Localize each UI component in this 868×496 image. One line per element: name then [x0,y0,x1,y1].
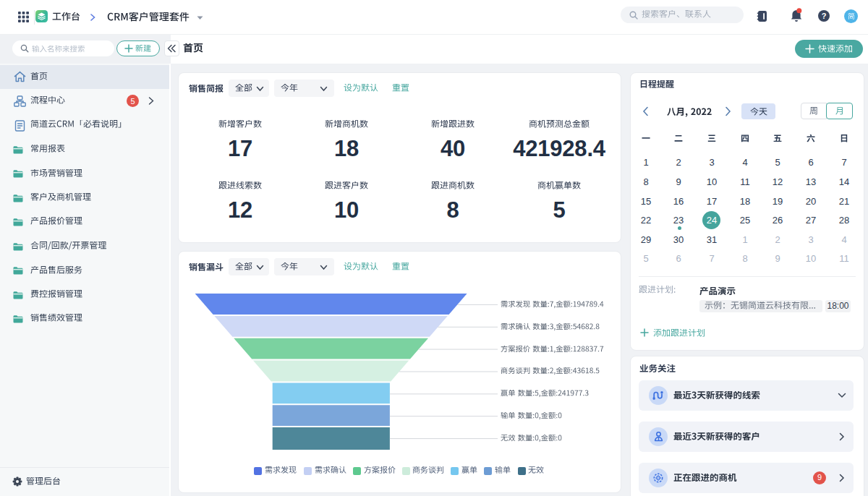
svg-text:?: ? [822,12,827,20]
